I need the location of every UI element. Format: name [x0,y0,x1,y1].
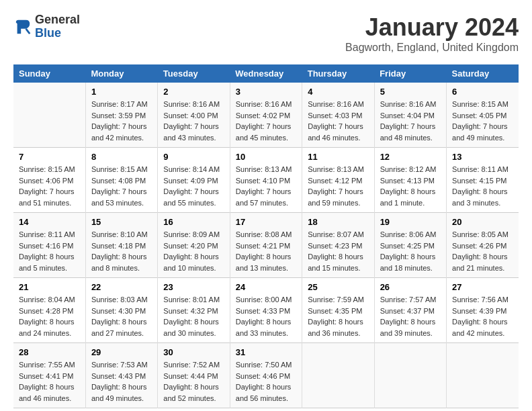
day-number: 13 [452,152,513,162]
day-info: Sunrise: 8:16 AMSunset: 4:00 PMDaylight:… [163,99,224,143]
calendar-cell: 28Sunrise: 7:55 AMSunset: 4:41 PMDayligh… [13,343,85,408]
day-info: Sunrise: 7:53 AMSunset: 4:43 PMDaylight:… [91,359,152,404]
calendar-cell: 13Sunrise: 8:11 AMSunset: 4:15 PMDayligh… [447,148,519,213]
day-number: 10 [236,152,296,162]
logo: General Blue [13,13,80,40]
day-number: 23 [163,282,224,292]
day-info: Sunrise: 8:15 AMSunset: 4:06 PMDaylight:… [19,164,80,208]
calendar-cell: 5Sunrise: 8:16 AMSunset: 4:04 PMDaylight… [374,83,446,148]
calendar-cell: 7Sunrise: 8:15 AMSunset: 4:06 PMDaylight… [13,148,85,213]
logo-general: General [35,13,80,26]
day-info: Sunrise: 8:06 AMSunset: 4:25 PMDaylight:… [380,229,441,273]
day-number: 12 [380,152,441,162]
calendar-cell: 6Sunrise: 8:15 AMSunset: 4:05 PMDaylight… [447,83,519,148]
column-header-wednesday: Wednesday [230,64,302,83]
day-info: Sunrise: 8:07 AMSunset: 4:23 PMDaylight:… [308,229,368,273]
calendar-cell: 22Sunrise: 8:03 AMSunset: 4:30 PMDayligh… [85,278,157,343]
day-number: 19 [380,217,441,227]
calendar-cell: 15Sunrise: 8:10 AMSunset: 4:18 PMDayligh… [85,213,157,278]
day-info: Sunrise: 7:55 AMSunset: 4:41 PMDaylight:… [19,359,80,404]
day-number: 20 [452,217,513,227]
page-header: General Blue January 2024 Bagworth, Engl… [13,13,519,54]
calendar-cell: 25Sunrise: 7:59 AMSunset: 4:35 PMDayligh… [302,278,374,343]
day-number: 5 [380,87,441,97]
day-info: Sunrise: 8:03 AMSunset: 4:30 PMDaylight:… [91,294,152,338]
title-block: January 2024 Bagworth, England, United K… [345,13,519,54]
day-info: Sunrise: 8:14 AMSunset: 4:09 PMDaylight:… [163,164,224,208]
week-row-2: 7Sunrise: 8:15 AMSunset: 4:06 PMDaylight… [13,148,519,213]
day-info: Sunrise: 8:15 AMSunset: 4:05 PMDaylight:… [452,99,513,143]
column-header-saturday: Saturday [447,64,519,83]
calendar-cell: 24Sunrise: 8:00 AMSunset: 4:33 PMDayligh… [230,278,302,343]
calendar-cell: 20Sunrise: 8:05 AMSunset: 4:26 PMDayligh… [447,213,519,278]
day-info: Sunrise: 8:10 AMSunset: 4:18 PMDaylight:… [91,229,152,273]
day-number: 29 [91,347,152,357]
day-info: Sunrise: 8:00 AMSunset: 4:33 PMDaylight:… [236,294,296,338]
calendar-table: SundayMondayTuesdayWednesdayThursdayFrid… [13,64,519,408]
day-number: 4 [308,87,368,97]
day-info: Sunrise: 8:04 AMSunset: 4:28 PMDaylight:… [19,294,80,338]
day-info: Sunrise: 8:16 AMSunset: 4:04 PMDaylight:… [380,99,441,143]
location: Bagworth, England, United Kingdom [345,42,519,54]
calendar-cell [13,83,85,148]
day-info: Sunrise: 7:57 AMSunset: 4:37 PMDaylight:… [380,294,441,338]
calendar-cell: 9Sunrise: 8:14 AMSunset: 4:09 PMDaylight… [158,148,230,213]
day-info: Sunrise: 8:01 AMSunset: 4:32 PMDaylight:… [163,294,224,338]
day-number: 31 [236,347,296,357]
column-header-tuesday: Tuesday [158,64,230,83]
calendar-cell: 14Sunrise: 8:11 AMSunset: 4:16 PMDayligh… [13,213,85,278]
calendar-cell: 11Sunrise: 8:13 AMSunset: 4:12 PMDayligh… [302,148,374,213]
day-number: 25 [308,282,368,292]
day-number: 21 [19,282,80,292]
week-row-1: 1Sunrise: 8:17 AMSunset: 3:59 PMDaylight… [13,83,519,148]
calendar-cell: 23Sunrise: 8:01 AMSunset: 4:32 PMDayligh… [158,278,230,343]
calendar-cell: 18Sunrise: 8:07 AMSunset: 4:23 PMDayligh… [302,213,374,278]
day-info: Sunrise: 7:50 AMSunset: 4:46 PMDaylight:… [236,359,296,404]
day-number: 9 [163,152,224,162]
calendar-cell: 27Sunrise: 7:56 AMSunset: 4:39 PMDayligh… [447,278,519,343]
day-number: 7 [19,152,80,162]
day-number: 8 [91,152,152,162]
week-row-4: 21Sunrise: 8:04 AMSunset: 4:28 PMDayligh… [13,278,519,343]
day-info: Sunrise: 7:59 AMSunset: 4:35 PMDaylight:… [308,294,368,338]
day-info: Sunrise: 8:15 AMSunset: 4:08 PMDaylight:… [91,164,152,208]
day-number: 24 [236,282,296,292]
day-number: 28 [19,347,80,357]
logo-icon [13,17,32,36]
calendar-cell: 10Sunrise: 8:13 AMSunset: 4:10 PMDayligh… [230,148,302,213]
day-number: 16 [163,217,224,227]
day-info: Sunrise: 7:52 AMSunset: 4:44 PMDaylight:… [163,359,224,404]
calendar-cell: 21Sunrise: 8:04 AMSunset: 4:28 PMDayligh… [13,278,85,343]
day-number: 14 [19,217,80,227]
day-info: Sunrise: 8:13 AMSunset: 4:10 PMDaylight:… [236,164,296,208]
calendar-cell: 4Sunrise: 8:16 AMSunset: 4:03 PMDaylight… [302,83,374,148]
column-headers: SundayMondayTuesdayWednesdayThursdayFrid… [13,64,519,83]
day-number: 27 [452,282,513,292]
week-row-5: 28Sunrise: 7:55 AMSunset: 4:41 PMDayligh… [13,343,519,408]
calendar-cell: 29Sunrise: 7:53 AMSunset: 4:43 PMDayligh… [85,343,157,408]
day-info: Sunrise: 8:09 AMSunset: 4:20 PMDaylight:… [163,229,224,273]
day-number: 2 [163,87,224,97]
calendar-cell: 31Sunrise: 7:50 AMSunset: 4:46 PMDayligh… [230,343,302,408]
calendar-cell: 3Sunrise: 8:16 AMSunset: 4:02 PMDaylight… [230,83,302,148]
day-number: 6 [452,87,513,97]
calendar-cell [447,343,519,408]
column-header-sunday: Sunday [13,64,85,83]
month-title: January 2024 [345,13,519,42]
day-number: 11 [308,152,368,162]
calendar-cell: 17Sunrise: 8:08 AMSunset: 4:21 PMDayligh… [230,213,302,278]
day-info: Sunrise: 8:12 AMSunset: 4:13 PMDaylight:… [380,164,441,208]
day-number: 3 [236,87,296,97]
column-header-friday: Friday [374,64,446,83]
column-header-monday: Monday [85,64,157,83]
day-number: 26 [380,282,441,292]
calendar-cell: 26Sunrise: 7:57 AMSunset: 4:37 PMDayligh… [374,278,446,343]
calendar-cell: 19Sunrise: 8:06 AMSunset: 4:25 PMDayligh… [374,213,446,278]
day-number: 15 [91,217,152,227]
day-info: Sunrise: 8:11 AMSunset: 4:15 PMDaylight:… [452,164,513,208]
day-info: Sunrise: 8:16 AMSunset: 4:03 PMDaylight:… [308,99,368,143]
logo-blue: Blue [35,26,61,40]
calendar-cell: 30Sunrise: 7:52 AMSunset: 4:44 PMDayligh… [158,343,230,408]
day-info: Sunrise: 8:17 AMSunset: 3:59 PMDaylight:… [91,99,152,143]
calendar-cell [374,343,446,408]
